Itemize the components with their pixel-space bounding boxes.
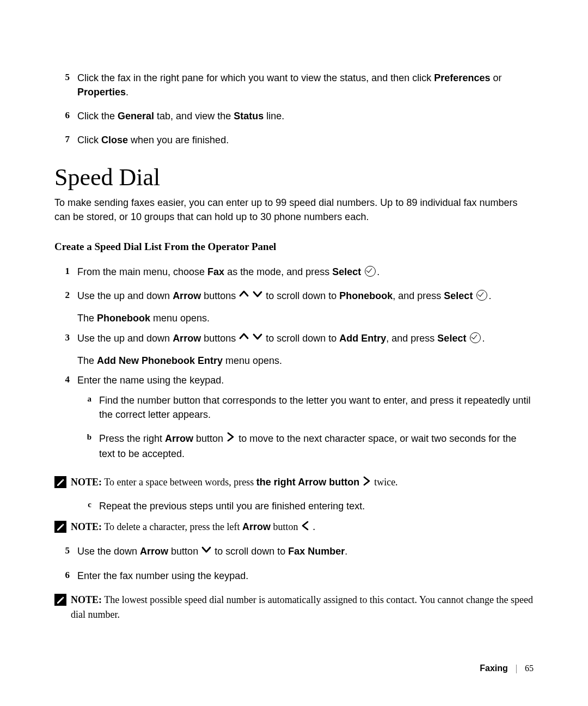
chevron-left-icon (301, 520, 310, 535)
sub-item: b Press the right Arrow button to move t… (77, 431, 534, 461)
step-text: Use the up and down Arrow buttons to scr… (77, 331, 534, 368)
step-text: Click the fax in the right pane for whic… (77, 71, 534, 99)
chevron-down-icon (252, 289, 263, 303)
section-heading: Speed Dial (54, 163, 534, 191)
step-text: From the main menu, choose Fax as the mo… (77, 265, 534, 279)
list-item: 2 Use the up and down Arrow buttons to s… (54, 289, 534, 326)
check-circle-icon (476, 290, 487, 301)
step-text: Use the down Arrow button to scroll down… (77, 544, 534, 559)
step-number: 2 (54, 289, 77, 326)
list-item: 7 Click Close when you are finished. (54, 133, 534, 147)
sub-marker: b (77, 431, 99, 461)
chevron-down-icon (201, 544, 212, 559)
procedure-list: 1 From the main menu, choose Fax as the … (54, 265, 534, 471)
chevron-right-icon (226, 431, 236, 446)
check-circle-icon (470, 332, 481, 343)
list-item: 6 Click the General tab, and view the St… (54, 109, 534, 123)
list-item: 1 From the main menu, choose Fax as the … (54, 265, 534, 279)
sub-marker: c (77, 499, 99, 513)
note: NOTE: The lowest possible speed dial num… (54, 593, 534, 621)
list-item: 5 Use the down Arrow button to scroll do… (54, 544, 534, 559)
list-item: 3 Use the up and down Arrow buttons to s… (54, 331, 534, 368)
pencil-note-icon (54, 476, 66, 488)
step-result: The Phonebook menu opens. (77, 311, 534, 325)
step-text: Enter the name using the keypad. a Find … (77, 373, 534, 470)
sub-list: a Find the number button that correspond… (77, 393, 534, 461)
note-text: NOTE: To delete a character, press the l… (71, 520, 315, 535)
list-item: 5 Click the fax in the right pane for wh… (54, 71, 534, 99)
footer-separator: | (516, 664, 517, 673)
page-footer: Faxing | 65 (480, 664, 534, 673)
list-item: c Repeat the previous steps until you ar… (54, 499, 534, 513)
sub-text: Find the number button that corresponds … (99, 393, 534, 422)
sub-list: c Repeat the previous steps until you ar… (77, 499, 534, 513)
sub-item: a Find the number button that correspond… (77, 393, 534, 422)
step-text: Click Close when you are finished. (77, 133, 534, 147)
pencil-note-icon (54, 521, 66, 533)
step-text: Click the General tab, and view the Stat… (77, 109, 534, 123)
chevron-up-icon (238, 289, 249, 303)
list-item: 6 Enter the fax number using the keypad. (54, 569, 534, 583)
procedure-list-cont2: 5 Use the down Arrow button to scroll do… (54, 544, 534, 583)
sub-item: c Repeat the previous steps until you ar… (77, 499, 534, 513)
sub-marker: a (77, 393, 99, 422)
chevron-down-icon (252, 331, 263, 346)
step-number: 6 (54, 109, 77, 123)
step-number: 6 (54, 569, 77, 583)
top-instruction-list: 5 Click the fax in the right pane for wh… (54, 71, 534, 147)
step-number: 4 (54, 373, 77, 470)
step-number: 5 (54, 71, 77, 99)
footer-section: Faxing (480, 664, 508, 673)
note-text: NOTE: To enter a space between words, pr… (71, 475, 398, 490)
sub-text: Press the right Arrow button to move to … (99, 431, 534, 461)
section-intro: To make sending faxes easier, you can en… (54, 196, 534, 224)
procedure-list-cont: c Repeat the previous steps until you ar… (54, 499, 534, 513)
chevron-right-icon (362, 476, 372, 490)
step-number: 5 (54, 544, 77, 559)
document-page: 5 Click the fax in the right pane for wh… (0, 0, 588, 622)
chevron-up-icon (238, 331, 249, 346)
step-text: Use the up and down Arrow buttons to scr… (77, 289, 534, 326)
check-circle-icon (365, 266, 376, 277)
sub-text: Repeat the previous steps until you are … (99, 499, 534, 513)
step-number: 3 (54, 331, 77, 368)
step-text: Enter the fax number using the keypad. (77, 569, 534, 583)
pencil-note-icon (54, 594, 66, 606)
note: NOTE: To delete a character, press the l… (54, 520, 534, 535)
step-number: 1 (54, 265, 77, 279)
step-result: The Add New Phonebook Entry menu opens. (77, 354, 534, 368)
step-number: 7 (54, 133, 77, 147)
footer-page-number: 65 (525, 664, 534, 673)
subsection-heading: Create a Speed Dial List From the Operat… (54, 241, 534, 253)
note: NOTE: To enter a space between words, pr… (54, 475, 534, 490)
note-text: NOTE: The lowest possible speed dial num… (71, 593, 534, 621)
list-item: 4 Enter the name using the keypad. a Fin… (54, 373, 534, 470)
